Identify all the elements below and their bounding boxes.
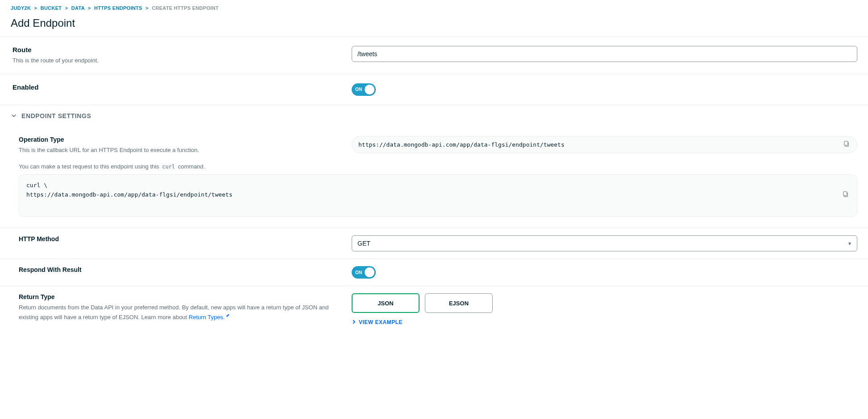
copy-icon[interactable] (807, 181, 850, 210)
return-type-json-button[interactable]: JSON (352, 293, 419, 313)
breadcrumb-current: CREATE HTTPS ENDPOINT (152, 5, 219, 11)
operation-type-description: This is the callback URL for an HTTPS En… (19, 146, 341, 155)
route-label: Route (12, 46, 341, 53)
operation-type-label: Operation Type (19, 136, 341, 143)
toggle-on-label: ON (355, 87, 362, 92)
http-method-label: HTTP Method (19, 235, 341, 242)
breadcrumb-separator: > (65, 5, 68, 11)
route-input[interactable] (352, 46, 857, 62)
enabled-label: Enabled (12, 83, 341, 91)
endpoint-settings-header[interactable]: ENDPOINT SETTINGS (0, 105, 868, 127)
enabled-row: Enabled ON (0, 74, 868, 105)
breadcrumb: JUDY2K > BUCKET > DATA > HTTPS ENDPOINTS… (0, 4, 868, 15)
view-example-label: VIEW EXAMPLE (359, 319, 403, 325)
route-row: Route This is the route of your endpoint… (0, 37, 868, 74)
enabled-toggle[interactable]: ON (352, 83, 376, 96)
operation-type-row: Operation Type This is the callback URL … (0, 127, 868, 229)
http-method-select[interactable]: GET (352, 235, 857, 251)
curl-code-word: curl (161, 163, 176, 170)
external-link-icon: ⬈ (226, 313, 229, 318)
breadcrumb-separator: > (34, 5, 37, 11)
return-type-row: Return Type Return documents from the Da… (0, 286, 868, 333)
copy-icon[interactable] (843, 140, 851, 149)
return-type-description: Return documents from the Data API in yo… (19, 303, 341, 321)
chevron-down-icon (11, 112, 17, 120)
toggle-on-label: ON (355, 270, 362, 275)
respond-label: Respond With Result (19, 266, 341, 273)
section-title: ENDPOINT SETTINGS (21, 112, 91, 119)
return-type-group: JSON EJSON (352, 293, 857, 313)
return-type-ejson-button[interactable]: EJSON (425, 293, 493, 313)
callback-url-text: https://data.mongodb-api.com/app/data-fl… (358, 141, 843, 148)
curl-code-block: curl \ https://data.mongodb-api.com/app/… (19, 174, 857, 217)
curl-command: curl \ https://data.mongodb-api.com/app/… (26, 181, 807, 210)
breadcrumb-link[interactable]: DATA (71, 5, 85, 11)
http-method-row: HTTP Method GET ▼ (0, 228, 868, 259)
return-types-link[interactable]: Return Types. (189, 314, 225, 320)
breadcrumb-link[interactable]: JUDY2K (11, 5, 31, 11)
respond-toggle[interactable]: ON (352, 266, 376, 279)
svg-rect-3 (843, 192, 847, 196)
view-example-link[interactable]: VIEW EXAMPLE (352, 319, 403, 325)
return-type-label: Return Type (19, 293, 341, 300)
chevron-right-icon (352, 319, 356, 325)
route-description: This is the route of your endpoint. (12, 56, 341, 65)
toggle-knob (365, 85, 374, 94)
respond-with-result-row: Respond With Result ON (0, 259, 868, 286)
breadcrumb-separator: > (145, 5, 149, 11)
svg-rect-1 (844, 141, 848, 145)
toggle-knob (365, 267, 374, 277)
breadcrumb-link[interactable]: BUCKET (41, 5, 62, 11)
page-title: Add Endpoint (0, 15, 868, 37)
breadcrumb-link[interactable]: HTTPS ENDPOINTS (94, 5, 142, 11)
callback-url-box: https://data.mongodb-api.com/app/data-fl… (352, 136, 857, 153)
breadcrumb-separator: > (88, 5, 91, 11)
curl-note: You can make a test request to this endp… (19, 163, 857, 174)
